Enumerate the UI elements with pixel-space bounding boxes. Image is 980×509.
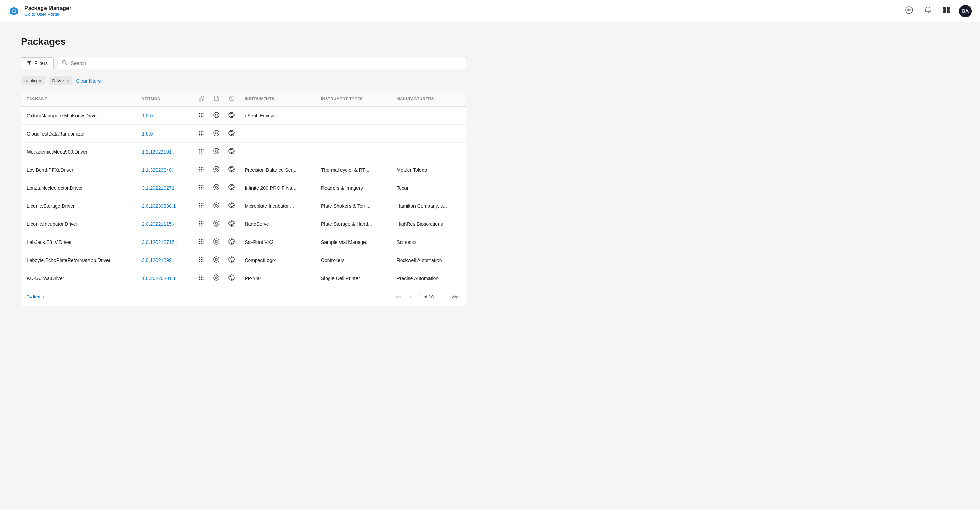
- plugin-col-icon: [198, 98, 205, 102]
- version-link[interactable]: 3.0.12021092...: [142, 257, 176, 263]
- cell-package: Labcyte.EchoPlateReformatApp.Driver: [21, 251, 136, 269]
- page-last-button[interactable]: ⋙: [450, 292, 460, 302]
- svg-point-72: [201, 189, 202, 190]
- filter-tag-nupkg: nupkg ×: [21, 76, 45, 85]
- svg-point-50: [216, 151, 217, 152]
- cell-doc-icon: [208, 251, 224, 269]
- apps-button[interactable]: [940, 5, 953, 17]
- items-count[interactable]: 94 items: [27, 294, 44, 300]
- cell-instruments: eSeal, Envision: [239, 107, 315, 125]
- clear-filters-button[interactable]: Clear filters: [76, 78, 100, 84]
- cell-instrument-types: Thermal cycler & RT-...: [315, 161, 391, 179]
- cell-package: KUKA.iiwa.Driver: [21, 269, 136, 287]
- app-title: Package Manager: [24, 5, 71, 11]
- svg-point-18: [203, 115, 204, 116]
- chat-button[interactable]: [903, 5, 915, 17]
- cell-version: 1.0.0: [136, 125, 194, 143]
- filters-button[interactable]: Filters: [21, 57, 54, 70]
- version-link[interactable]: 1.0.0: [142, 113, 153, 119]
- table-row: OxfordNanopore.MinKnow.Driver 1.0.0 eSea…: [21, 107, 466, 125]
- page-next-button[interactable]: ›: [438, 292, 448, 302]
- version-link[interactable]: 1.0.0: [142, 131, 153, 136]
- version-link[interactable]: 1.1.32023040...: [142, 167, 176, 173]
- cell-manufacturers: [391, 125, 466, 143]
- user-portal-link[interactable]: Go to User Portal: [24, 11, 71, 17]
- svg-point-68: [199, 187, 200, 188]
- version-link[interactable]: 3.1.202210271: [142, 185, 174, 191]
- table-row: Liconic.Incubator.Driver 2.0.20221115.4 …: [21, 215, 466, 233]
- filter-tag-label-nupkg: nupkg: [24, 78, 37, 83]
- svg-rect-6: [943, 10, 946, 13]
- svg-point-67: [203, 185, 204, 186]
- cell-instruments: [239, 125, 315, 143]
- svg-point-60: [203, 171, 204, 172]
- doc-col-icon: [213, 98, 219, 102]
- svg-point-40: [201, 149, 202, 150]
- cell-doc-icon: [208, 197, 224, 215]
- search-input[interactable]: [58, 57, 466, 70]
- svg-point-34: [203, 135, 204, 135]
- svg-point-96: [203, 223, 204, 224]
- svg-point-118: [201, 257, 202, 258]
- version-link[interactable]: 1.0.20220201.1: [142, 276, 176, 281]
- page-first-button[interactable]: ⋘: [393, 292, 404, 302]
- svg-point-125: [203, 261, 204, 262]
- cell-instruments: Infinite 200 PRO F Na...: [239, 179, 315, 197]
- page-prev-button[interactable]: ‹: [405, 292, 415, 302]
- version-link[interactable]: 3.0.120210716.1: [142, 239, 178, 245]
- svg-point-52: [199, 167, 200, 168]
- svg-point-135: [203, 277, 204, 278]
- plugin-icon: [198, 202, 205, 208]
- notifications-button[interactable]: [921, 5, 934, 17]
- cell-manufacturers: Rockwell Automation: [391, 251, 466, 269]
- version-link[interactable]: 2.0.20230330.1: [142, 203, 176, 209]
- version-link[interactable]: 1.2.12022101...: [142, 149, 176, 155]
- table-header: PACKAGE VERSION: [21, 91, 466, 107]
- svg-point-83: [203, 205, 204, 206]
- filter-bar: Filters: [21, 57, 466, 70]
- svg-point-110: [199, 243, 200, 244]
- plugin-icon: [198, 148, 205, 154]
- search-icon: [62, 60, 67, 67]
- svg-point-44: [203, 151, 204, 152]
- cell-sync-icon: [224, 233, 239, 251]
- chat-icon: [905, 6, 913, 16]
- apps-icon: [943, 6, 950, 16]
- avatar[interactable]: DA: [959, 5, 972, 17]
- cell-version: 3.0.120210716.1: [136, 233, 194, 251]
- cell-package: Mecademic.Meca500.Driver: [21, 143, 136, 161]
- version-link[interactable]: 2.0.20221115.4: [142, 221, 176, 227]
- remove-filter-driver[interactable]: ×: [66, 79, 69, 83]
- cell-doc-icon: [208, 107, 224, 125]
- plugin-icon: [198, 257, 205, 263]
- cell-instrument-types: Plate Shakers & Tem...: [315, 197, 391, 215]
- svg-point-85: [201, 207, 202, 208]
- svg-point-112: [203, 243, 204, 244]
- cell-plugin-icon: [194, 251, 208, 269]
- svg-point-106: [203, 239, 204, 240]
- svg-rect-11: [199, 99, 201, 101]
- cell-sync-icon: [224, 143, 239, 161]
- svg-point-73: [203, 189, 204, 190]
- remove-filter-nupkg[interactable]: ×: [38, 79, 41, 83]
- svg-point-124: [201, 261, 202, 262]
- svg-point-66: [201, 185, 202, 186]
- cell-plugin-icon: [194, 161, 208, 179]
- cell-plugin-icon: [194, 125, 208, 143]
- svg-point-30: [201, 133, 202, 134]
- svg-point-17: [201, 115, 202, 116]
- svg-point-45: [199, 152, 200, 154]
- svg-point-14: [201, 113, 202, 114]
- cell-package: Liconic.Storage.Driver: [21, 197, 136, 215]
- svg-point-128: [216, 259, 217, 260]
- svg-point-138: [203, 279, 204, 280]
- cell-sync-icon: [224, 125, 239, 143]
- svg-point-79: [201, 203, 202, 204]
- cell-package: OxfordNanopore.MinKnow.Driver: [21, 107, 136, 125]
- doc-icon: [213, 238, 220, 245]
- svg-point-58: [199, 171, 200, 172]
- cell-instrument-types: [315, 143, 391, 161]
- svg-point-56: [201, 169, 202, 170]
- sync-icon: [228, 111, 235, 119]
- svg-point-57: [203, 169, 204, 170]
